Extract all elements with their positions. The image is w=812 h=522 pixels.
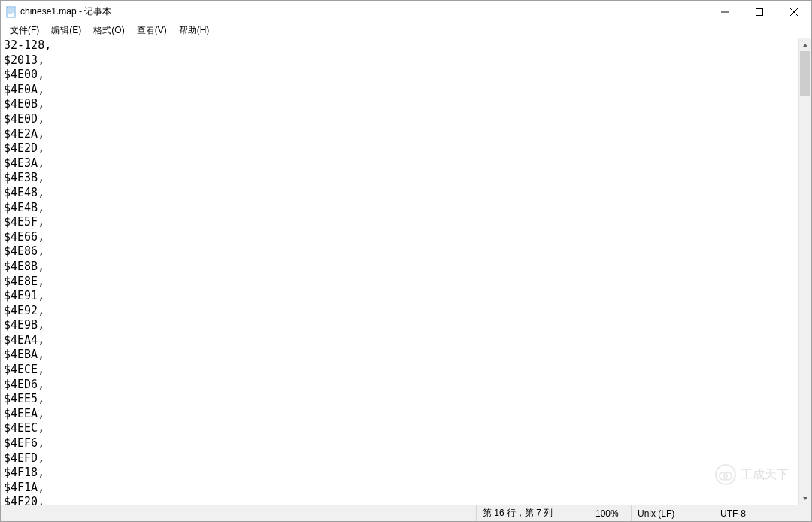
text-editor[interactable]: 32-128, $2013, $4E00, $4E0A, $4E0B, $4E0… bbox=[1, 38, 798, 505]
status-eol: Unix (LF) bbox=[631, 505, 714, 521]
close-button[interactable] bbox=[777, 1, 811, 23]
menu-format[interactable]: 格式(O) bbox=[87, 23, 130, 38]
status-position: 第 16 行，第 7 列 bbox=[476, 505, 589, 521]
scroll-track[interactable] bbox=[799, 51, 811, 492]
status-zoom: 100% bbox=[589, 505, 631, 521]
menu-edit[interactable]: 编辑(E) bbox=[45, 23, 87, 38]
scroll-down-arrow[interactable] bbox=[799, 492, 811, 505]
menu-help[interactable]: 帮助(H) bbox=[173, 23, 216, 38]
vertical-scrollbar[interactable] bbox=[798, 38, 811, 505]
maximize-button[interactable] bbox=[742, 1, 777, 23]
menu-bar: 文件(F) 编辑(E) 格式(O) 查看(V) 帮助(H) bbox=[1, 23, 811, 38]
app-icon bbox=[5, 6, 17, 18]
svg-rect-6 bbox=[756, 8, 763, 15]
window-title: chinese1.map - 记事本 bbox=[20, 5, 707, 18]
window-controls bbox=[707, 1, 811, 23]
status-encoding: UTF-8 bbox=[714, 505, 811, 521]
title-bar: chinese1.map - 记事本 bbox=[1, 1, 811, 23]
menu-view[interactable]: 查看(V) bbox=[131, 23, 173, 38]
scroll-thumb[interactable] bbox=[800, 51, 810, 96]
minimize-button[interactable] bbox=[707, 1, 742, 23]
scroll-up-arrow[interactable] bbox=[799, 38, 811, 51]
content-area: 32-128, $2013, $4E00, $4E0A, $4E0B, $4E0… bbox=[1, 38, 811, 505]
menu-file[interactable]: 文件(F) bbox=[4, 23, 45, 38]
status-bar: 第 16 行，第 7 列 100% Unix (LF) UTF-8 bbox=[1, 505, 811, 521]
